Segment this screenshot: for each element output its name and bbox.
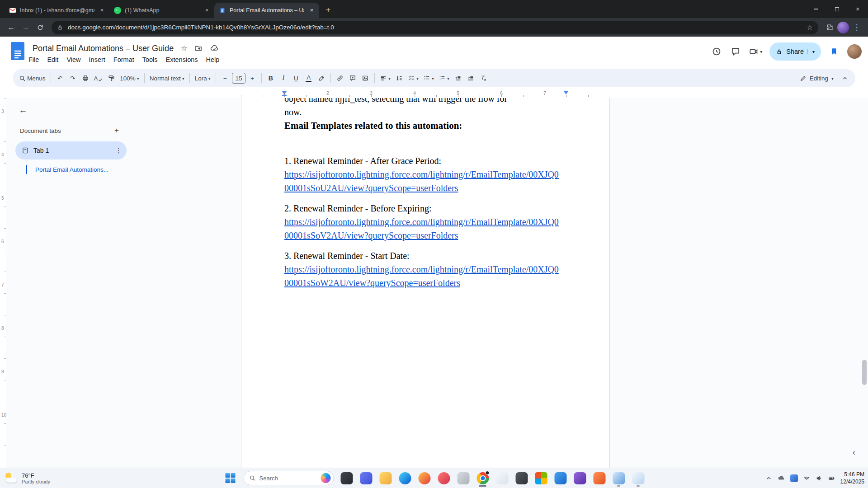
- document-page[interactable]: object named hjjfl_test, selecting that …: [241, 98, 610, 468]
- purple-app-icon[interactable]: [573, 469, 587, 488]
- item-link[interactable]: https://isijoftoronto.lightning.force.co…: [284, 168, 563, 195]
- redo-icon[interactable]: ↷: [67, 72, 79, 84]
- weather-widget[interactable]: 76°F Partly cloudy: [5, 468, 50, 488]
- share-options-icon[interactable]: ▾: [807, 49, 815, 54]
- hidden-icons-chevron[interactable]: [765, 475, 772, 482]
- menu-extensions[interactable]: Extensions: [162, 55, 202, 65]
- sidebar-item-tab1[interactable]: Tab 1 ⋮: [15, 141, 127, 160]
- align-button[interactable]: ▾: [378, 72, 392, 84]
- chrome-browser-icon[interactable]: [476, 469, 490, 488]
- paragraph-style-select[interactable]: Normal text ▾: [148, 72, 186, 84]
- google-docs-logo[interactable]: [11, 42, 24, 60]
- insert-image-icon[interactable]: [359, 72, 371, 84]
- increase-font-size-button[interactable]: +: [246, 72, 258, 84]
- checklist-button[interactable]: ▾: [406, 72, 420, 84]
- orange-app-icon[interactable]: [593, 469, 606, 488]
- menu-format[interactable]: Format: [109, 55, 138, 65]
- firefox-browser-icon[interactable]: [418, 469, 431, 488]
- address-bar[interactable]: docs.google.com/document/d/1jpc3R6Cmpii0…: [52, 21, 818, 34]
- undo-icon[interactable]: ↶: [54, 72, 66, 84]
- volume-icon[interactable]: [816, 475, 823, 482]
- editing-mode-select[interactable]: Editing ▾: [795, 71, 838, 85]
- browser-menu-icon[interactable]: ⋮: [850, 21, 863, 34]
- light-app-icon[interactable]: [495, 469, 509, 488]
- reload-icon[interactable]: [33, 21, 47, 34]
- zoom-select[interactable]: 100% ▾: [118, 72, 141, 84]
- gray-app-icon[interactable]: [457, 469, 470, 488]
- menu-file[interactable]: File: [24, 55, 43, 65]
- tray-app-icon[interactable]: [790, 474, 798, 482]
- media-app-icon[interactable]: [359, 469, 373, 488]
- chevron-down-icon[interactable]: ▾: [760, 49, 762, 54]
- right-indent-marker[interactable]: [564, 91, 568, 94]
- menu-edit[interactable]: Edit: [43, 55, 62, 65]
- blue-app-icon[interactable]: [554, 469, 567, 488]
- insert-link-icon[interactable]: [334, 72, 346, 84]
- monitor-app-icon[interactable]: [612, 469, 626, 488]
- share-button[interactable]: Share ▾: [769, 42, 821, 61]
- side-panel-toggle[interactable]: ‹: [848, 446, 860, 458]
- tab-close-icon[interactable]: ×: [98, 7, 106, 14]
- taskbar-search[interactable]: Search: [244, 471, 334, 485]
- notes-app-icon[interactable]: [632, 469, 645, 488]
- text-color-button[interactable]: A: [303, 72, 315, 84]
- decrease-font-size-button[interactable]: −: [219, 72, 231, 84]
- line-spacing-icon[interactable]: [393, 72, 405, 84]
- close-window-button[interactable]: ×: [847, 0, 868, 18]
- maximize-button[interactable]: [826, 0, 847, 18]
- spellcheck-icon[interactable]: A: [92, 72, 105, 84]
- highlight-color-button[interactable]: [316, 72, 327, 84]
- outline-item-current[interactable]: Portal Email Automations...: [26, 165, 108, 174]
- bulleted-list-button[interactable]: ▾: [421, 72, 436, 84]
- decrease-indent-icon[interactable]: [452, 72, 464, 84]
- back-icon[interactable]: ←: [5, 21, 18, 34]
- battery-icon[interactable]: [828, 475, 835, 482]
- menu-insert[interactable]: Insert: [85, 55, 109, 65]
- item-link[interactable]: https://isijoftoronto.lightning.force.co…: [284, 263, 563, 290]
- new-tab-button[interactable]: +: [322, 4, 335, 16]
- bold-button[interactable]: B: [265, 72, 277, 84]
- menu-tools[interactable]: Tools: [138, 55, 162, 65]
- document-title[interactable]: Portal Email Automations – User Guide: [33, 44, 174, 53]
- browser-tab-whatsapp[interactable]: (1) WhatsApp ×: [109, 3, 214, 18]
- clear-formatting-icon[interactable]: [477, 72, 489, 84]
- font-select[interactable]: Lora ▾: [193, 72, 212, 84]
- menu-help[interactable]: Help: [202, 55, 224, 65]
- numbered-list-button[interactable]: ▾: [437, 72, 451, 84]
- comments-icon[interactable]: [730, 47, 741, 56]
- paint-format-icon[interactable]: [105, 72, 117, 84]
- add-tab-button[interactable]: +: [111, 126, 122, 135]
- file-explorer-icon[interactable]: [379, 469, 392, 488]
- print-icon[interactable]: [80, 72, 91, 84]
- forward-icon[interactable]: →: [19, 21, 33, 34]
- taskbar-clock[interactable]: 5:46 PM 12/4/2025: [840, 471, 864, 485]
- menus-search-button[interactable]: Menus: [17, 72, 47, 84]
- increase-indent-icon[interactable]: [465, 72, 476, 84]
- minimize-button[interactable]: [806, 0, 826, 18]
- tab-close-icon[interactable]: ×: [308, 7, 316, 14]
- terminal-app-icon[interactable]: [340, 469, 354, 488]
- browser-profile-avatar[interactable]: [837, 22, 849, 33]
- tab-options-icon[interactable]: ⋮: [115, 146, 122, 155]
- bookmark-icon[interactable]: [828, 47, 840, 56]
- edge-browser-icon[interactable]: [398, 469, 412, 488]
- join-call-button[interactable]: ▾: [749, 47, 762, 56]
- browser-tab-gmail[interactable]: Inbox (1) - ishann.tforce@gma... ×: [5, 3, 109, 18]
- extensions-icon[interactable]: [823, 21, 836, 34]
- account-avatar[interactable]: [847, 44, 862, 59]
- browser-tab-docs[interactable]: Portal Email Automations – Use... ×: [214, 3, 319, 18]
- item-link[interactable]: https://isijoftoronto.lightning.force.co…: [284, 215, 563, 242]
- move-folder-icon[interactable]: [194, 44, 203, 52]
- red-app-icon[interactable]: [437, 469, 451, 488]
- add-comment-icon[interactable]: [347, 72, 359, 84]
- menu-view[interactable]: View: [62, 55, 85, 65]
- italic-button[interactable]: I: [278, 72, 289, 84]
- start-button[interactable]: [223, 471, 238, 485]
- camera-app-icon[interactable]: [515, 469, 528, 488]
- scrollbar-thumb[interactable]: [862, 360, 867, 385]
- version-history-icon[interactable]: [711, 47, 722, 56]
- tab-close-icon[interactable]: ×: [203, 7, 211, 14]
- onedrive-cloud-icon[interactable]: [777, 474, 785, 482]
- close-tabs-panel-button[interactable]: ←: [16, 103, 30, 117]
- underline-button[interactable]: U: [290, 72, 302, 84]
